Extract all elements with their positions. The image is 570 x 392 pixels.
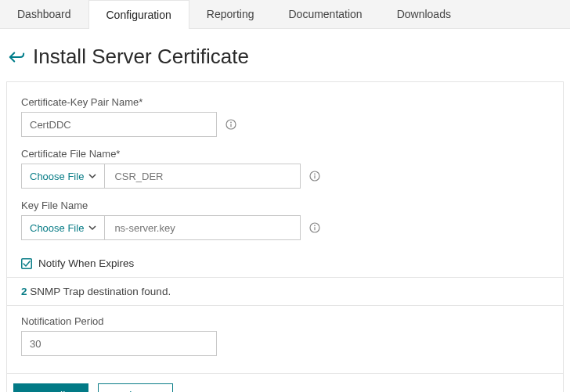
svg-point-5 <box>315 174 316 174</box>
key-file-name[interactable]: ns-server.key <box>105 215 301 240</box>
tab-documentation[interactable]: Documentation <box>271 0 379 28</box>
cert-file-choose-button[interactable]: Choose File <box>21 164 105 189</box>
form-panel: Certificate-Key Pair Name* Certificate F… <box>6 81 564 392</box>
svg-point-2 <box>231 122 232 123</box>
tab-configuration[interactable]: Configuration <box>88 0 189 29</box>
notify-expires-checkbox[interactable] <box>21 258 32 269</box>
snmp-status-row: 2 SNMP Trap destination found. <box>7 278 563 305</box>
top-tabs: Dashboard Configuration Reporting Docume… <box>0 0 570 29</box>
cert-key-pair-label: Certificate-Key Pair Name* <box>21 96 549 108</box>
snmp-count: 2 <box>21 286 27 297</box>
tab-dashboard[interactable]: Dashboard <box>0 0 88 28</box>
cert-key-pair-input[interactable] <box>21 112 217 137</box>
close-button[interactable]: Close <box>98 383 173 392</box>
tab-reporting[interactable]: Reporting <box>189 0 272 28</box>
page-title: Install Server Certificate <box>33 45 249 69</box>
chevron-down-icon <box>88 172 96 180</box>
choose-file-label: Choose File <box>30 171 84 182</box>
info-icon[interactable] <box>225 118 237 131</box>
cert-file-label: Certificate File Name* <box>21 148 549 160</box>
choose-file-label: Choose File <box>30 222 84 234</box>
page-header: Install Server Certificate <box>5 40 565 81</box>
notify-expires-label: Notify When Expires <box>38 257 134 269</box>
key-file-label: Key File Name <box>21 200 549 211</box>
install-button[interactable]: Install <box>13 383 88 392</box>
info-icon[interactable] <box>308 221 321 234</box>
key-file-choose-button[interactable]: Choose File <box>21 215 105 240</box>
info-icon[interactable] <box>308 170 321 182</box>
svg-point-8 <box>315 225 316 226</box>
form-footer: Install Close <box>7 373 563 392</box>
back-arrow-icon[interactable] <box>8 49 25 66</box>
notification-period-input[interactable] <box>21 331 217 356</box>
tab-downloads[interactable]: Downloads <box>380 0 468 28</box>
cert-file-name[interactable]: CSR_DER <box>105 164 301 189</box>
snmp-text: SNMP Trap destination found. <box>30 286 171 297</box>
chevron-down-icon <box>88 224 96 232</box>
notification-period-label: Notification Period <box>21 315 549 327</box>
